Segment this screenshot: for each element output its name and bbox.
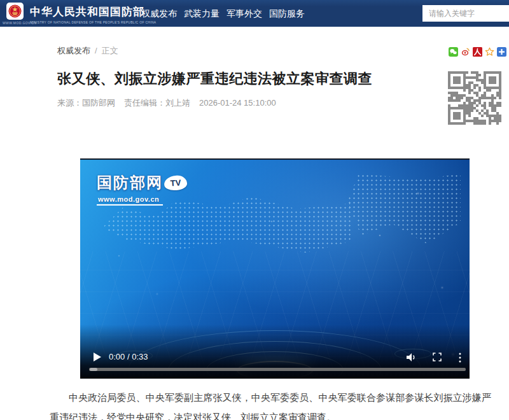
article-meta: 来源：国防部网责任编辑：刘上靖2026-01-24 15:10:00 xyxy=(57,97,276,109)
breadcrumb-separator: / xyxy=(95,46,97,55)
nav-item-armed-forces[interactable]: 武装力量 xyxy=(184,8,220,20)
video-watermark: 国防部网 TV www.mod.gov.cn xyxy=(97,172,187,206)
share-toolbar xyxy=(449,47,506,57)
video-worldmap-dots-right xyxy=(347,174,461,244)
breadcrumb: 权威发布/正文 xyxy=(57,45,118,57)
article-datetime: 2026-01-24 15:10:00 xyxy=(199,98,276,108)
site-header: WWW.MOD.GOV.CN 中华人民共和国国防部 MINISTRY OF NA… xyxy=(0,0,509,27)
video-player[interactable]: 国防部网 TV www.mod.gov.cn 0:00 / 0:33 xyxy=(80,158,470,379)
people-icon xyxy=(473,47,482,57)
share-more-button[interactable] xyxy=(497,47,506,57)
main-nav: 权威发布 武装力量 军事外交 国防服务 xyxy=(141,8,305,20)
overflow-menu-button[interactable] xyxy=(459,353,461,363)
national-emblem-icon[interactable] xyxy=(6,3,24,20)
qr-code xyxy=(444,67,506,129)
article-source: 国防部网 xyxy=(82,98,115,108)
video-sparkles xyxy=(80,160,81,161)
article-editor-label: 责任编辑： xyxy=(124,98,165,108)
share-people-button[interactable] xyxy=(473,47,482,57)
article-source-label: 来源： xyxy=(57,98,82,108)
video-watermark-title: 国防部网 xyxy=(97,172,163,193)
video-time-display: 0:00 / 0:33 xyxy=(109,352,148,361)
article-editor: 刘上靖 xyxy=(165,98,190,108)
video-watermark-url: www.mod.gov.cn xyxy=(97,195,163,206)
share-favorite-button[interactable] xyxy=(485,47,494,57)
video-time-separator: / xyxy=(125,352,132,361)
video-progress-handle[interactable] xyxy=(90,368,97,371)
article-body: 中央政治局委员、中央军委副主席张又侠，中央军委委员、中央军委联合参谋部参谋长刘振… xyxy=(50,388,491,420)
breadcrumb-section[interactable]: 权威发布 xyxy=(57,46,90,55)
video-progress-bar[interactable] xyxy=(89,368,466,371)
share-weibo-button[interactable] xyxy=(461,47,470,57)
fullscreen-button[interactable] xyxy=(433,353,442,361)
video-duration: 0:33 xyxy=(132,352,148,361)
video-watermark-tv-badge: TV xyxy=(164,174,188,190)
site-title-en: MINISTRY OF NATIONAL DEFENSE OF THE PEOP… xyxy=(30,20,156,24)
article-title: 张又侠、刘振立涉嫌严重违纪违法被立案审查调查 xyxy=(57,69,439,88)
site-title: 中华人民共和国国防部 xyxy=(30,4,156,19)
share-wechat-button[interactable] xyxy=(449,47,458,57)
share-more-icon xyxy=(497,47,506,57)
nav-item-authoritative-release[interactable]: 权威发布 xyxy=(141,8,177,20)
site-title-link[interactable]: 中华人民共和国国防部 MINISTRY OF NATIONAL DEFENSE … xyxy=(30,4,156,24)
breadcrumb-current: 正文 xyxy=(102,46,118,55)
nav-item-defense-services[interactable]: 国防服务 xyxy=(269,8,305,20)
page: WWW.MOD.GOV.CN 中华人民共和国国防部 MINISTRY OF NA… xyxy=(0,0,509,420)
volume-button[interactable] xyxy=(406,353,417,362)
search-input[interactable] xyxy=(422,5,509,22)
video-current-time: 0:00 xyxy=(109,352,125,361)
search-box xyxy=(422,5,509,22)
wechat-icon xyxy=(449,47,458,57)
nav-item-military-diplomacy[interactable]: 军事外交 xyxy=(227,8,262,20)
qr-code-modules xyxy=(448,71,501,125)
weibo-icon xyxy=(461,47,470,57)
favorite-star-icon xyxy=(485,47,494,57)
play-button[interactable] xyxy=(94,353,101,361)
